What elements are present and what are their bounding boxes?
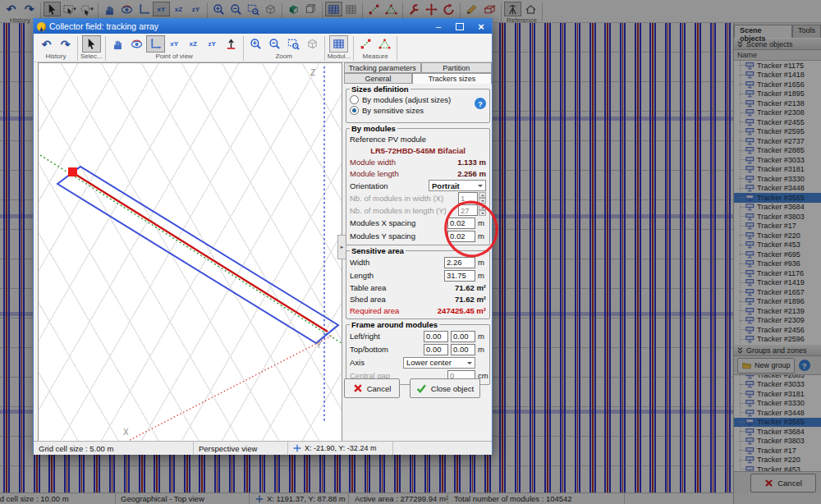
dialog-cursor-coords: X: -21.90, Y: -32.24 m [305, 444, 376, 452]
x-axis-label: X [123, 428, 129, 437]
reference-module-label: Reference PV module [350, 135, 486, 144]
z-axis-label: Z [310, 68, 315, 77]
radio-by-sensitive[interactable] [350, 106, 359, 115]
radio-by-modules[interactable] [350, 95, 359, 104]
cancel-button[interactable]: Cancel [344, 378, 400, 398]
modules-y-spacing-input[interactable] [447, 231, 475, 242]
zoom-extent-cube-icon[interactable] [303, 35, 322, 53]
chevron-down-icon [467, 362, 472, 367]
orientation-dropdown[interactable]: Portrait [429, 180, 486, 191]
frame-bottom-input[interactable] [451, 344, 475, 355]
frame-right-input[interactable] [451, 331, 475, 342]
zoom-region-icon[interactable] [284, 35, 303, 53]
required-area-value: 247425.45 m² [438, 306, 486, 315]
nb-modules-length-input[interactable] [458, 204, 478, 216]
tab-trackers-sizes[interactable]: Trackers sizes [412, 73, 492, 84]
tracker-torque-tube [72, 172, 328, 332]
orbit-view-icon[interactable] [127, 35, 146, 53]
close-button[interactable]: × [470, 19, 492, 34]
chevron-down-icon [478, 185, 483, 190]
spinner[interactable] [479, 204, 486, 216]
viewport-drawing [39, 63, 342, 441]
pvsyst-app-icon [37, 22, 46, 31]
undo-icon[interactable]: ↶ [37, 35, 56, 53]
tab-general[interactable]: General [344, 73, 412, 84]
tab-partition[interactable]: Partition [421, 62, 492, 73]
dialog-toolbar: ↶ ↷ History Selec... xY xZ zY [34, 34, 492, 62]
minimize-button[interactable]: – [428, 19, 449, 34]
zoom-out-icon[interactable] [265, 35, 284, 53]
axis-dropdown[interactable]: Lower center [403, 357, 475, 369]
pan-hand-icon[interactable] [108, 35, 127, 53]
by-modules-group: By modules Reference PV module LR5-72HBD… [346, 128, 490, 245]
y-axis-label: Y [316, 341, 322, 350]
dialog-grid-cell-size: Grid cell size : 5.00 m [34, 442, 194, 455]
dialog-title: Collector field: tracking array [49, 21, 158, 31]
show-modules-icon[interactable] [329, 35, 348, 53]
frame-around-modules-group: Frame around modules Left/right m Top/bo… [346, 324, 490, 385]
view-xz-button[interactable]: xZ [184, 35, 203, 53]
view-xy-button[interactable]: xY [165, 35, 184, 53]
module-length-value: 2.256 m [457, 169, 486, 178]
dialog-cursor-coords-cell: X: -21.90, Y: -32.24 m [288, 442, 393, 455]
measure-distance-icon[interactable] [356, 35, 375, 53]
top-view-arrow-icon[interactable] [222, 35, 241, 53]
redo-icon[interactable]: ↷ [56, 35, 75, 53]
check-icon [416, 383, 427, 393]
dialog-titlebar[interactable]: Collector field: tracking array – × [34, 19, 492, 34]
x-axis-line [112, 336, 332, 441]
sensitive-area-group: Sensitive area Width m Length m Table ar… [346, 250, 490, 319]
tab-tracking-parameters[interactable]: Tracking parameters [344, 62, 421, 73]
measure-area-icon[interactable] [375, 35, 394, 53]
sensitive-length-input[interactable] [444, 270, 475, 282]
sensitive-width-input[interactable] [444, 257, 475, 268]
table-area-value: 71.62 m² [455, 283, 486, 292]
dialog-view-mode: Perspective view [194, 442, 288, 455]
pvsyst-screen: ↶ ↷ History ▾ ▾ xY xZ zY [0, 0, 821, 504]
help-icon[interactable]: ? [475, 98, 486, 109]
modules-x-spacing-input[interactable] [447, 218, 475, 229]
tracker-outline [57, 167, 338, 343]
dialog-statusbar: Grid cell size : 5.00 m Perspective view… [34, 441, 492, 455]
select-cursor-button[interactable] [82, 35, 101, 53]
cancel-x-icon [353, 383, 363, 393]
module-width-value: 1.133 m [457, 158, 486, 167]
zoom-in-icon[interactable] [246, 35, 265, 53]
maximize-button[interactable] [449, 19, 470, 34]
shed-area-value: 71.62 m² [455, 295, 486, 304]
sizes-definition-group: Sizes definition By modules (adjust size… [346, 89, 490, 123]
frame-top-input[interactable] [424, 344, 448, 355]
tracker-axis-y-line [40, 155, 342, 343]
selection-handle [68, 167, 77, 176]
module-name: LR5-72HBD-545M Bifacial [370, 146, 466, 155]
frame-left-input[interactable] [424, 331, 448, 342]
view-zy-button[interactable]: zY [203, 35, 222, 53]
nb-modules-width-input[interactable] [458, 192, 478, 204]
collector-field-dialog: Collector field: tracking array – × ↶ ↷ … [33, 18, 493, 454]
cursor-position-icon [293, 444, 301, 452]
spinner[interactable] [479, 192, 486, 204]
viewport-3d[interactable]: Z Y X [38, 62, 342, 442]
axes-view-icon[interactable] [146, 35, 165, 53]
close-object-button[interactable]: Close object [410, 378, 480, 398]
